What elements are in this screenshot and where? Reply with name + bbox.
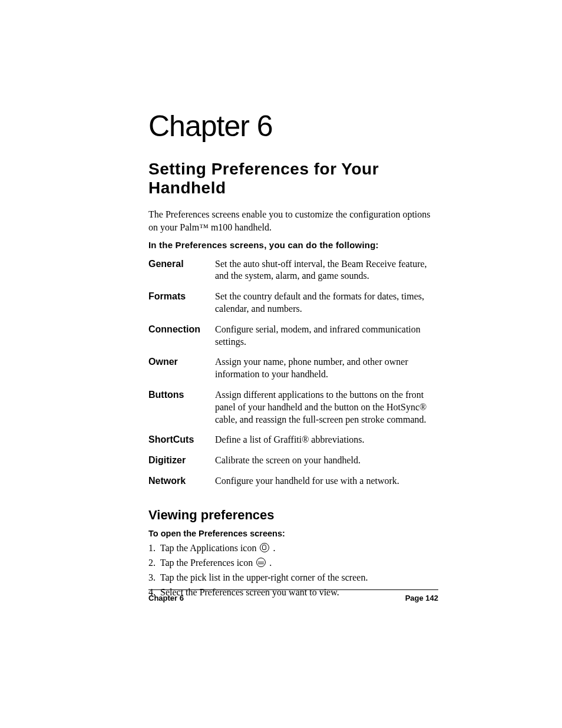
step-text: Tap the Applications icon (160, 543, 259, 553)
step-text: Tap the Preferences icon (160, 558, 255, 568)
pref-term-digitizer: Digitizer (148, 454, 215, 475)
pref-desc: Define a list of Graffiti® abbreviations… (215, 434, 427, 454)
table-row: Owner Assign your name, phone number, an… (148, 356, 427, 389)
table-row: ShortCuts Define a list of Graffiti® abb… (148, 434, 427, 454)
footer-chapter: Chapter 6 (148, 594, 184, 602)
section-title: Setting Preferences for Your Handheld (148, 160, 438, 197)
pref-term-network: Network (148, 475, 215, 496)
sub-heading: In the Preferences screens, you can do t… (148, 240, 438, 250)
pref-term-formats: Formats (148, 291, 215, 324)
step-text-post: . (267, 558, 272, 568)
subsection-title: Viewing preferences (148, 508, 438, 523)
step-2: 2. Tap the Preferences icon . (148, 558, 438, 568)
footer-page-number: Page 142 (405, 594, 438, 602)
pref-desc: Configure your handheld for use with a n… (215, 475, 427, 496)
pref-term-connection: Connection (148, 324, 215, 357)
pref-term-buttons: Buttons (148, 389, 215, 434)
footer-row: Chapter 6 Page 142 (148, 594, 438, 602)
pref-desc: Assign your name, phone number, and othe… (215, 356, 427, 389)
pref-desc: Calibrate the screen on your handheld. (215, 454, 427, 475)
step-3: 3. Tap the pick list in the upper-right … (148, 572, 438, 583)
chapter-title: Chapter 6 (148, 109, 438, 143)
table-row: General Set the auto shut-off interval, … (148, 258, 427, 291)
pref-term-general: General (148, 258, 215, 291)
step-text: Tap the pick list in the upper-right cor… (160, 572, 368, 582)
preferences-table: General Set the auto shut-off interval, … (148, 258, 427, 496)
table-row: Digitizer Calibrate the screen on your h… (148, 454, 427, 475)
table-row: Network Configure your handheld for use … (148, 475, 427, 496)
pref-term-owner: Owner (148, 356, 215, 389)
step-1: 1. Tap the Applications icon . (148, 543, 438, 554)
steps-heading: To open the Preferences screens: (148, 529, 438, 538)
pref-term-shortcuts: ShortCuts (148, 434, 215, 454)
page-content: Chapter 6 Setting Preferences for Your H… (0, 0, 562, 598)
table-row: Buttons Assign different applications to… (148, 389, 427, 434)
page-footer: Chapter 6 Page 142 (148, 589, 438, 602)
footer-rule (148, 589, 438, 590)
intro-paragraph: The Preferences screens enable you to cu… (148, 208, 438, 233)
step-text-post: . (270, 543, 275, 553)
pref-desc: Assign different applications to the but… (215, 389, 427, 434)
table-row: Formats Set the country default and the … (148, 291, 427, 324)
table-row: Connection Configure serial, modem, and … (148, 324, 427, 357)
pref-desc: Set the country default and the formats … (215, 291, 427, 324)
preferences-icon (256, 558, 266, 567)
applications-icon (260, 543, 269, 552)
pref-desc: Configure serial, modem, and infrared co… (215, 324, 427, 357)
pref-desc: Set the auto shut-off interval, the Beam… (215, 258, 427, 291)
